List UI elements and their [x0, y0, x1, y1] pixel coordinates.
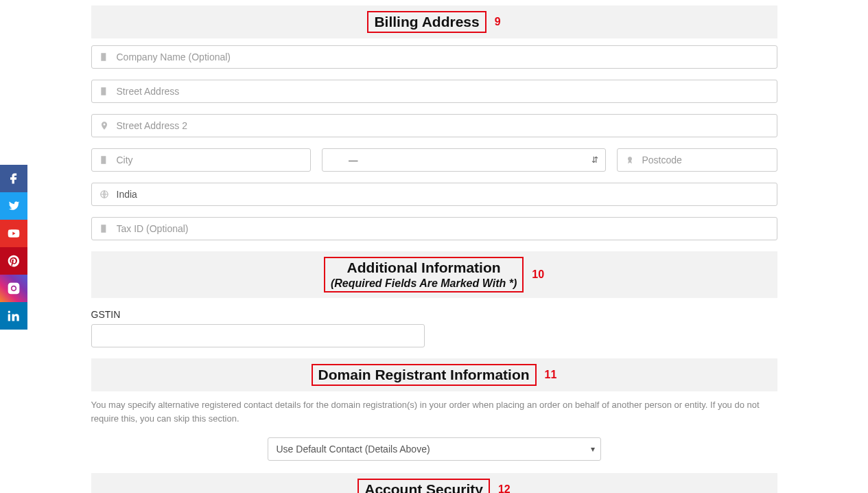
country-input[interactable]: [117, 183, 777, 205]
pinterest-icon: [7, 254, 21, 268]
linkedin-icon: [7, 309, 21, 323]
security-title: Account Security: [359, 480, 489, 493]
gstin-label: GSTIN: [91, 309, 777, 320]
street2-field-wrap: [91, 114, 777, 137]
facebook-icon: [7, 172, 21, 185]
social-twitter[interactable]: [0, 192, 27, 220]
contact-select[interactable]: Use Default Contact (Details Above): [268, 438, 600, 460]
certificate-icon: [618, 155, 642, 165]
city-field-wrap: [91, 148, 311, 172]
section-header-additional: Additional Information (Required Fields …: [91, 251, 777, 298]
gstin-input[interactable]: [91, 324, 425, 347]
street1-input[interactable]: [117, 80, 777, 102]
contact-select-container: Use Default Contact (Details Above) ▾: [268, 437, 601, 461]
gstin-group: GSTIN: [91, 309, 777, 347]
billing-title: Billing Address: [368, 12, 484, 32]
city-input[interactable]: [117, 149, 310, 171]
social-youtube[interactable]: [0, 220, 27, 247]
postcode-field-wrap: [617, 148, 777, 172]
section-header-billing: Billing Address 9: [91, 5, 777, 38]
street2-input[interactable]: [117, 115, 777, 137]
building-icon: [92, 155, 117, 165]
building-icon: [92, 52, 117, 62]
company-input[interactable]: [117, 46, 777, 68]
social-pinterest[interactable]: [0, 247, 27, 275]
svg-point-0: [628, 157, 632, 161]
building-icon: [92, 87, 117, 96]
additional-title: Additional Information: [325, 258, 522, 277]
annotation-11: 11: [545, 369, 557, 381]
annotation-12: 12: [498, 483, 511, 493]
map-pin-icon: [92, 121, 117, 130]
youtube-icon: [7, 227, 21, 240]
instagram-icon: [7, 282, 21, 295]
section-header-security: Account Security 12: [91, 473, 777, 493]
additional-subtitle: (Required Fields Are Marked With *): [325, 277, 522, 291]
domain-help-text: You may specify alternative registered c…: [91, 398, 777, 425]
social-linkedin[interactable]: [0, 302, 27, 330]
globe-icon: [92, 190, 117, 199]
section-header-domain: Domain Registrant Information 11: [91, 358, 777, 391]
social-instagram[interactable]: [0, 275, 27, 302]
country-field-wrap: [91, 183, 777, 206]
sliders-icon: [329, 154, 339, 166]
twitter-icon: [7, 199, 21, 213]
annotation-10: 10: [532, 268, 544, 281]
taxid-field-wrap: [91, 217, 777, 240]
state-select-wrap: — ⇵: [322, 148, 606, 172]
company-field-wrap: [91, 45, 777, 69]
taxid-input[interactable]: [117, 218, 777, 240]
social-facebook[interactable]: [0, 165, 27, 192]
building-icon: [92, 224, 117, 233]
social-sidebar: [0, 165, 27, 330]
annotation-9: 9: [495, 16, 501, 28]
state-select[interactable]: —: [322, 149, 605, 171]
street1-field-wrap: [91, 80, 777, 103]
postcode-input[interactable]: [642, 149, 777, 171]
form-container: Billing Address 9: [91, 0, 777, 493]
domain-title: Domain Registrant Information: [313, 365, 535, 385]
